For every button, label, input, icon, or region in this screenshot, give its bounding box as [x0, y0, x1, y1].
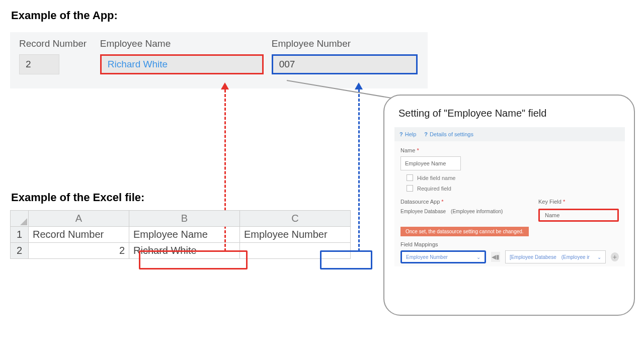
settings-panel: ?Help ?Details of settings Name * Employ… — [394, 127, 625, 266]
required-field-checkbox-row[interactable]: Required field — [407, 185, 619, 192]
excel-cell-a2: 2 — [29, 243, 129, 259]
app-label-employee-name: Employee Name — [100, 38, 272, 49]
keyfield-label: Key Field * — [538, 199, 619, 205]
chevron-down-icon: ⌄ — [476, 254, 480, 260]
excel-table: A B C 1 Record Number Employee Name Empl… — [10, 210, 351, 259]
callout-title: Setting of "Employee Name" field — [398, 108, 625, 119]
help-icon: ? — [424, 131, 428, 137]
app-field-employee-number: 007 — [272, 54, 418, 74]
app-example-panel: Record Number 2 Employee Name Richard Wh… — [10, 32, 428, 88]
mapping-right-dropdown[interactable]: [Employee Databese (Employee ir ⌄ — [505, 250, 606, 263]
hide-field-checkbox-row[interactable]: Hide field name — [407, 174, 619, 181]
excel-col-header-c: C — [240, 211, 351, 227]
heading-excel-example: Example of the Excel file: — [11, 191, 144, 204]
excel-cell-c1: Employee Number — [240, 227, 351, 243]
settings-help-bar: ?Help ?Details of settings — [394, 127, 625, 141]
excel-col-header-a: A — [29, 211, 129, 227]
required-field-label: Required field — [417, 186, 451, 192]
mapping-left-dropdown[interactable]: Employee Number ⌄ — [400, 250, 486, 263]
warning-strip: Once set, the datasource setting cannot … — [400, 227, 529, 236]
help-icon: ? — [399, 131, 403, 137]
excel-corner-cell — [11, 211, 29, 227]
name-label: Name * — [400, 147, 619, 153]
excel-cell-b1: Employee Name — [129, 227, 240, 243]
hide-field-label: Hide field name — [417, 175, 455, 181]
datasource-value: Employee Database (Employee information) — [400, 209, 526, 214]
name-input[interactable]: Employee Name — [400, 156, 461, 170]
settings-callout: Setting of "Employee Name" field ?Help ?… — [383, 95, 635, 316]
excel-row-number-1: 1 — [11, 227, 29, 243]
keyfield-value[interactable]: Name — [538, 209, 619, 222]
app-field-employee-name: Richard White — [100, 54, 264, 74]
checkbox-icon — [407, 185, 413, 192]
help-link[interactable]: ?Help — [399, 131, 416, 137]
field-mappings-label: Field Mappings — [400, 241, 619, 247]
excel-example-panel: A B C 1 Record Number Employee Name Empl… — [10, 210, 367, 259]
mapping-arrow-icon: ◀▮ — [491, 252, 500, 262]
excel-col-header-b: B — [129, 211, 240, 227]
excel-row-number-2: 2 — [11, 243, 29, 259]
add-mapping-button[interactable]: + — [611, 252, 619, 261]
details-link[interactable]: ?Details of settings — [424, 131, 473, 137]
datasource-label: Datasource App * — [400, 199, 526, 205]
excel-cell-a1: Record Number — [29, 227, 129, 243]
excel-cell-c2 — [240, 243, 351, 259]
excel-cell-b2: Richard White — [129, 243, 240, 259]
heading-app-example: Example of the App: — [11, 9, 118, 22]
chevron-down-icon: ⌄ — [597, 254, 601, 260]
checkbox-icon — [407, 174, 413, 181]
app-label-employee-number: Employee Number — [272, 38, 419, 49]
app-label-record-number: Record Number — [19, 38, 100, 49]
app-field-record-number: 2 — [19, 54, 59, 74]
